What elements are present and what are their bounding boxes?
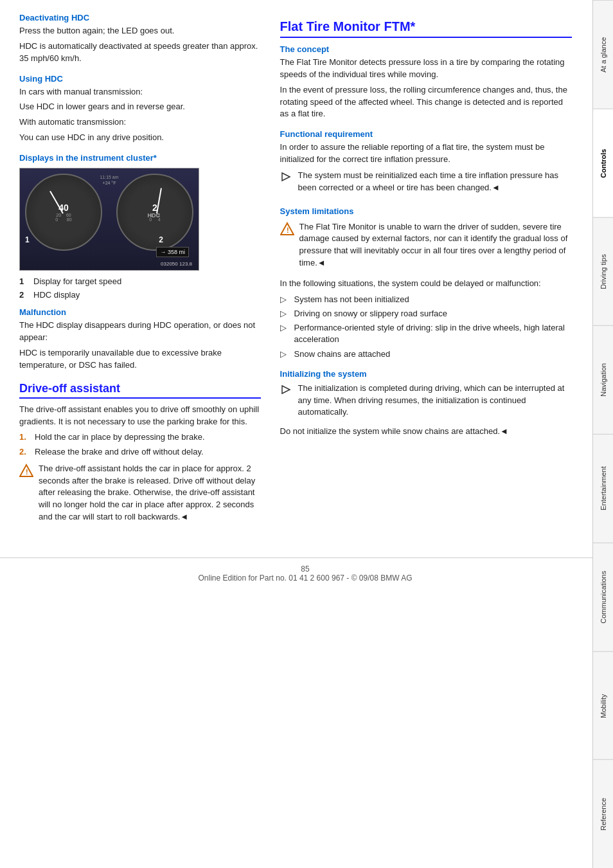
ftm-limitation-item-4: ▷ Snow chains are attached [280, 348, 572, 360]
drive-off-section: Drive-off assistant The drive-off assist… [19, 382, 261, 527]
ftm-concept-section: The concept The Flat Tire Monitor detect… [280, 44, 572, 120]
ftm-initializing-note-text: The initialization is completed during d… [298, 383, 572, 419]
using-hdc-text3: With automatic transmission: [19, 116, 261, 129]
ftm-functional-heading: Functional requirement [280, 129, 572, 139]
left-column: Deactivating HDC Press the button again;… [19, 13, 274, 532]
using-hdc-section: Using HDC In cars with manual transmissi… [19, 74, 261, 144]
tab-communications[interactable]: Communications [593, 543, 613, 651]
ftm-limitations-warning: ! The Flat Tire Monitor is unable to war… [280, 221, 572, 273]
tab-driving-tips[interactable]: Driving tips [593, 217, 613, 326]
tab-entertainment[interactable]: Entertainment [593, 434, 613, 543]
cluster-item-1: 1 Display for target speed [19, 276, 261, 287]
drive-off-warning: ! The drive-off assistant holds the car … [19, 463, 261, 527]
deactivating-hdc-section: Deactivating HDC Press the button again;… [19, 13, 261, 65]
ftm-limitations-section: System limitations ! The Flat Tire Monit… [280, 206, 572, 360]
drive-off-heading: Drive-off assistant [19, 382, 261, 399]
drive-off-steps: 1. Hold the car in place by depressing t… [19, 431, 261, 457]
ftm-functional-section: Functional requirement In order to assur… [280, 129, 572, 197]
malfunction-heading: Malfunction [19, 307, 261, 317]
drive-off-step-1: 1. Hold the car in place by depressing t… [19, 431, 261, 443]
ftm-functional-note: The system must be reinitialized each ti… [280, 170, 572, 197]
using-hdc-text1: In cars with manual transmission: [19, 86, 261, 98]
main-content: Deactivating HDC Press the button again;… [0, 0, 591, 545]
arrow-bullet-icon-3: ▷ [280, 322, 289, 345]
displays-section: Displays in the instrument cluster* 40 2… [19, 153, 261, 301]
drive-off-warning-text: The drive-off assistant holds the car in… [39, 463, 261, 523]
ftm-initializing-text2: Do not initialize the system while snow … [280, 426, 572, 438]
tab-at-a-glance[interactable]: At a glance [593, 0, 613, 109]
ftm-concept-text2: In the event of pressure loss, the rolli… [280, 84, 572, 121]
drive-off-intro: The drive-off assistant enables you to d… [19, 404, 261, 428]
cluster-speed-display: → 358 mi [156, 247, 189, 257]
deactivating-hdc-heading: Deactivating HDC [19, 13, 261, 23]
warning-triangle-icon-2: ! [280, 222, 294, 236]
page-number: 85 [19, 565, 591, 574]
using-hdc-text2: Use HDC in lower gears and in reverse ge… [19, 101, 261, 113]
footer-text: Online Edition for Part no. 01 41 2 600 … [19, 574, 591, 583]
arrow-right-icon [280, 171, 293, 185]
tab-controls[interactable]: Controls [593, 109, 613, 217]
ftm-initializing-note: The initialization is completed during d… [280, 383, 572, 422]
cluster-odometer: 032050 123.8 [161, 261, 192, 267]
ftm-limitation-item-3: ▷ Performance-oriented style of driving:… [280, 322, 572, 345]
cluster-item-2: 2 HDC display [19, 289, 261, 301]
ftm-limitations-intro: In the following situations, the system … [280, 278, 572, 290]
ftm-functional-text1: In order to assure the reliable reportin… [280, 141, 572, 166]
using-hdc-heading: Using HDC [19, 74, 261, 84]
cluster-items-list: 1 Display for target speed 2 HDC display [19, 276, 261, 301]
ftm-functional-note-text: The system must be reinitialized each ti… [298, 170, 572, 194]
malfunction-section: Malfunction The HDC display disappears d… [19, 307, 261, 371]
svg-text:!: ! [26, 468, 28, 476]
cluster-hdc-label: HDC [148, 212, 161, 219]
using-hdc-text4: You can use HDC in any drive position. [19, 132, 261, 144]
tab-navigation[interactable]: Navigation [593, 325, 613, 434]
arrow-bullet-icon-4: ▷ [280, 348, 289, 360]
ftm-concept-text1: The Flat Tire Monitor detects pressure l… [280, 57, 572, 81]
cluster-marker-2: 2 [159, 235, 163, 244]
svg-text:!: ! [287, 226, 289, 234]
ftm-limitations-warning-text: The Flat Tire Monitor is unable to warn … [299, 221, 572, 269]
malfunction-text1: The HDC display disappears during HDC op… [19, 320, 261, 344]
tab-bar: At a glance Controls Driving tips Naviga… [592, 0, 613, 868]
ftm-initializing-heading: Initializing the system [280, 369, 572, 379]
ftm-limitations-list: ▷ System has not been initialized ▷ Driv… [280, 294, 572, 360]
malfunction-text2: HDC is temporarily unavailable due to ex… [19, 347, 261, 372]
ftm-limitations-heading: System limitations [280, 206, 572, 216]
page-footer: 85 Online Edition for Part no. 01 41 2 6… [0, 557, 613, 589]
arrow-right-icon-2 [280, 384, 293, 397]
ftm-initializing-section: Initializing the system The initializati… [280, 369, 572, 438]
svg-marker-5 [282, 386, 290, 393]
tab-reference[interactable]: Reference [593, 759, 613, 868]
deactivating-hdc-text1: Press the button again; the LED goes out… [19, 25, 261, 37]
ftm-limitation-item-2: ▷ Driving on snowy or slippery road surf… [280, 308, 572, 320]
arrow-bullet-icon-2: ▷ [280, 308, 289, 320]
right-column: Flat Tire Monitor FTM* The concept The F… [274, 13, 572, 532]
arrow-bullet-icon-1: ▷ [280, 294, 289, 305]
tab-mobility[interactable]: Mobility [593, 651, 613, 760]
ftm-heading: Flat Tire Monitor FTM* [280, 19, 572, 38]
deactivating-hdc-text2: HDC is automatically deactivated at spee… [19, 41, 261, 65]
cluster-image: 40 20 60 0 80 2 1 3 0 4 [19, 168, 199, 271]
displays-heading: Displays in the instrument cluster* [19, 153, 261, 163]
cluster-marker-1: 1 [25, 235, 30, 244]
ftm-concept-heading: The concept [280, 44, 572, 54]
svg-marker-2 [282, 173, 290, 181]
ftm-limitation-item-1: ▷ System has not been initialized [280, 294, 572, 305]
drive-off-step-2: 2. Release the brake and drive off witho… [19, 446, 261, 458]
warning-triangle-icon: ! [19, 464, 33, 478]
